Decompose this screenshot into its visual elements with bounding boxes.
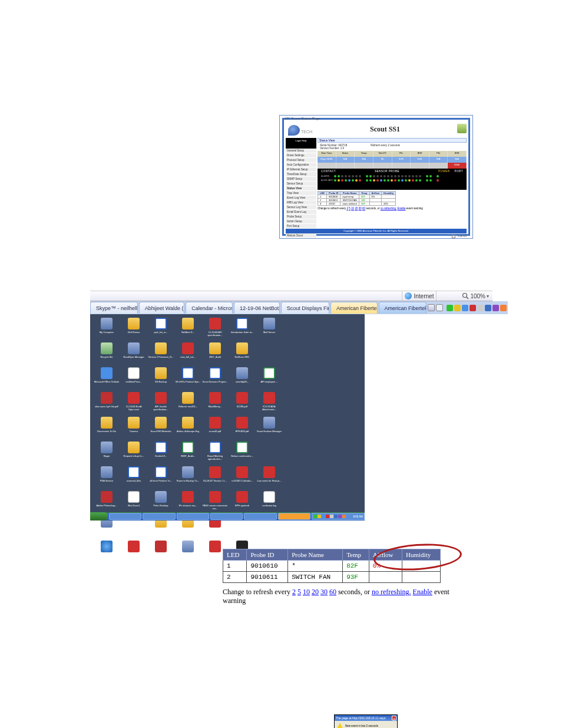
desktop-icon[interactable]: AFI employee ... bbox=[256, 367, 282, 391]
desktop-icon[interactable]: IE bbox=[94, 541, 120, 564]
desktop-icon[interactable]: Scout FW Materials bbox=[148, 417, 174, 440]
desktop-icon[interactable]: Skim bbox=[148, 541, 174, 564]
desktop-icon[interactable]: Microsoft Office Outlook bbox=[94, 367, 120, 391]
browser-tab[interactable]: American Fibertek ... bbox=[330, 302, 377, 314]
browser-tab[interactable]: Calendar - Microso... bbox=[186, 302, 233, 314]
sidebar-item[interactable]: Trap View bbox=[286, 191, 316, 196]
desktop-icon[interactable]: ICS SCADA Attachment... bbox=[256, 392, 282, 416]
print-icon[interactable] bbox=[436, 304, 443, 311]
task-tab[interactable] bbox=[143, 513, 175, 520]
desktop-icon[interactable]: SS LEDs Product Spe... bbox=[175, 367, 201, 391]
link[interactable]: 5 bbox=[349, 207, 351, 210]
sidebar-item[interactable]: Admin Setup bbox=[286, 219, 316, 224]
desktop-icon[interactable]: Mail Server bbox=[256, 318, 282, 341]
sidebar-item[interactable]: Sensor Log View bbox=[286, 205, 316, 210]
desktop-icon[interactable]: PDA Service bbox=[94, 466, 120, 490]
sidebar-item[interactable]: Port Setup bbox=[286, 224, 316, 229]
zoom-control[interactable]: 100% ▾ bbox=[462, 292, 489, 299]
sidebar-item[interactable]: MIB Log View bbox=[286, 200, 316, 205]
sidebar-item[interactable]: Email Event Log bbox=[286, 210, 316, 215]
desktop-icon[interactable]: Room to Backup Tx... bbox=[175, 466, 201, 490]
desktop-icon[interactable]: NetBotz D... bbox=[175, 318, 201, 341]
refresh-link-2[interactable]: 2 bbox=[292, 588, 296, 596]
task-tab[interactable] bbox=[177, 513, 209, 520]
desktop-icon[interactable]: abw room l.prh lnk.pdf bbox=[94, 392, 120, 416]
desktop-icon[interactable]: Request info.prh r... bbox=[121, 442, 147, 465]
desktop-icon[interactable]: 05-28-07 Version 1 r... bbox=[202, 466, 228, 490]
browser-tab[interactable]: American Fibertek -... bbox=[379, 302, 427, 314]
desktop-icon[interactable]: SWIF_Audit... bbox=[175, 442, 201, 465]
link[interactable]: 20 bbox=[355, 207, 358, 210]
desktop-icon[interactable]: EPH.850.pdf bbox=[229, 417, 255, 440]
sidebar-item[interactable]: Protocol Setup bbox=[286, 158, 316, 163]
browser-tab[interactable]: 12-19-06 NetBotz ... bbox=[234, 302, 280, 314]
tray-icon[interactable] bbox=[454, 305, 461, 311]
desktop-icon[interactable]: cr.x whodo_files bbox=[121, 541, 147, 564]
close-button[interactable]: × bbox=[392, 716, 396, 720]
desktop-icon[interactable]: Referrer env201... bbox=[175, 392, 201, 416]
refresh-link-10[interactable]: 10 bbox=[303, 588, 310, 596]
task-tab[interactable] bbox=[210, 513, 243, 520]
desktop-icon[interactable]: 12-19-06 AFI specification... bbox=[202, 318, 228, 341]
desktop-icon[interactable]: cr.01901 Calendar... bbox=[229, 466, 255, 490]
sidebar-item[interactable]: Reboot Scout bbox=[286, 233, 316, 238]
sidebar-item-status[interactable]: Status View bbox=[286, 186, 316, 191]
task-tab[interactable] bbox=[244, 513, 276, 520]
link[interactable]: 2 bbox=[347, 207, 349, 210]
sidebar-item[interactable]: Auto Configuration bbox=[286, 163, 316, 167]
desktop-icon[interactable]: My Computer bbox=[94, 318, 120, 341]
desktop-icon[interactable]: Nelson continued.x... bbox=[229, 442, 255, 465]
desktop-icon[interactable]: 2007_Audit bbox=[202, 342, 228, 366]
enable-link[interactable]: Enable bbox=[413, 588, 432, 596]
tray-icon[interactable] bbox=[492, 305, 499, 311]
desktop-icon[interactable]: Law notes for Real pi... bbox=[256, 466, 282, 490]
desktop-icon[interactable]: AFI Javelin specification... bbox=[148, 392, 174, 416]
link[interactable]: 30 bbox=[359, 207, 362, 210]
desktop-icon[interactable]: 02200.pdf bbox=[229, 392, 255, 416]
desktop-icon[interactable]: Opera bbox=[175, 541, 201, 564]
sidebar-item[interactable]: Sensor Setup bbox=[286, 182, 316, 186]
desktop-icon[interactable]: NetScan SRC bbox=[229, 342, 255, 366]
refresh-link-20[interactable]: 20 bbox=[312, 588, 319, 596]
desktop-icon[interactable]: all force Firetron Tx... bbox=[148, 466, 174, 490]
link[interactable]: Enable bbox=[398, 207, 406, 210]
link[interactable]: no refreshing. bbox=[381, 207, 397, 210]
desktop-icon[interactable]: GoodSync Manager bbox=[121, 342, 147, 366]
desktop-icon[interactable]: Introduction letter to... bbox=[229, 318, 255, 341]
sidebar-item[interactable]: IP Ethernet Setup bbox=[286, 167, 316, 172]
browser-tab[interactable]: Skype™ - neilheller... bbox=[90, 302, 138, 314]
desktop-icon[interactable]: IPv streams mu... bbox=[175, 491, 201, 515]
sidebar-item[interactable]: SNMP Setup bbox=[286, 177, 316, 182]
task-tab-active[interactable] bbox=[278, 513, 310, 520]
tray-icon[interactable] bbox=[477, 305, 484, 311]
home-icon[interactable] bbox=[428, 304, 435, 311]
tray-icon[interactable] bbox=[470, 305, 476, 311]
sidebar-item[interactable]: Event Log View bbox=[286, 196, 316, 200]
refresh-link-5[interactable]: 5 bbox=[297, 588, 301, 596]
desktop-icon[interactable]: PASV server comments mu... bbox=[202, 491, 228, 515]
desktop-icon[interactable]: Scmhsf.fl... bbox=[148, 442, 174, 465]
link[interactable]: 10 bbox=[351, 207, 354, 210]
task-tab[interactable] bbox=[109, 513, 141, 520]
browser-tab[interactable]: Scout Displays Fina... bbox=[281, 302, 329, 314]
sidebar-item[interactable]: Driver Settings bbox=[286, 153, 316, 158]
desktop-icon[interactable]: 12-19-06 EcoA Spec.next bbox=[121, 392, 147, 416]
desktop-icon[interactable]: Dell Drivers bbox=[121, 318, 147, 341]
desktop-icon[interactable]: confusion.log bbox=[256, 491, 282, 515]
refresh-link-60[interactable]: 60 bbox=[329, 588, 336, 596]
sidebar-item[interactable]: General Setup bbox=[286, 149, 316, 153]
desktop-icon[interactable]: Palm Desktop bbox=[148, 491, 174, 515]
browser-tab[interactable]: Abhijeet Walde (O... bbox=[139, 302, 185, 314]
desktop-icon[interactable]: Airbus r&d/scope.flng bbox=[175, 417, 201, 440]
tray-icon[interactable] bbox=[462, 305, 468, 311]
desktop-icon[interactable]: Scout Hudson Manager bbox=[256, 417, 282, 440]
sidebar-item[interactable]: Time/Date Setup bbox=[286, 172, 316, 177]
tray-icon[interactable] bbox=[485, 305, 491, 311]
desktop-icon[interactable]: Board Meeting agenda.doc... bbox=[202, 442, 228, 465]
desktop-icon[interactable]: Adobe Photoshop... bbox=[94, 491, 120, 515]
desktop-icon[interactable]: scanned_files bbox=[121, 466, 147, 490]
tray-icon[interactable] bbox=[447, 305, 453, 311]
desktop-icon[interactable]: Skype bbox=[94, 442, 120, 465]
desktop-icon[interactable]: w-seal0.pdf bbox=[202, 417, 228, 440]
desktop-icon[interactable]: EPH systemb bbox=[229, 491, 255, 515]
